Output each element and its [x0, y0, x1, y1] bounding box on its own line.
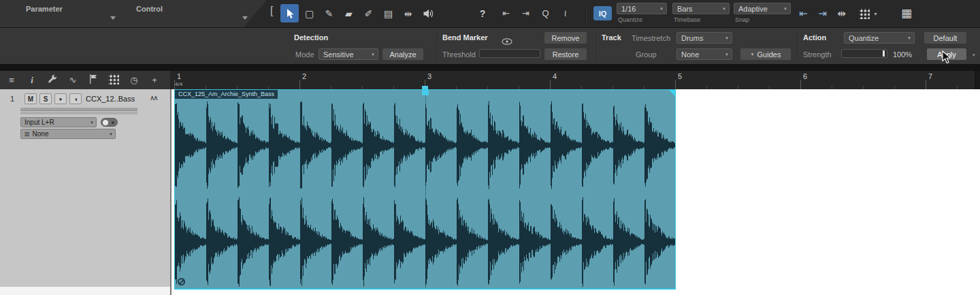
bend-prev-icon[interactable]: ⇤ — [497, 4, 515, 22]
timer-icon[interactable]: ◷ — [128, 75, 140, 85]
grid-settings-button[interactable]: ▼ — [856, 6, 886, 21]
monitor-button[interactable]: ◑ — [69, 93, 82, 104]
volume-fader[interactable] — [20, 108, 137, 111]
audio-event[interactable]: CCX_125_Am_Archie_Synth_Bass — [174, 89, 676, 290]
info-icon[interactable]: i — [26, 75, 38, 86]
bend-marker-buttons: ⇤⇥Q≀ — [497, 4, 574, 22]
instrument-select[interactable]: ▥None — [20, 129, 116, 139]
bend-marker-title: Bend Marker — [442, 33, 488, 42]
timestretch-select[interactable]: Drums — [676, 32, 732, 44]
section-separator — [798, 31, 798, 61]
snap-to-end-icon[interactable]: ⇥ — [814, 5, 831, 22]
snap-select[interactable]: Adaptive — [734, 3, 791, 14]
parameter-control-section: Parameter Control — [0, 0, 267, 27]
bar-line — [550, 80, 551, 89]
parameter-dropdown-arrow[interactable] — [110, 16, 116, 20]
arrangement-area[interactable]: CCX_125_Am_Archie_Synth_Bass — [172, 89, 980, 295]
timeline-ruler[interactable]: 12345674/4 — [170, 71, 975, 89]
paint-tool[interactable]: ✐ — [359, 4, 378, 22]
bar-number: 7 — [928, 72, 932, 80]
parameter-menu[interactable]: Parameter — [26, 5, 63, 13]
snap-relative-icon[interactable]: ⇹ — [833, 5, 850, 22]
restore-button[interactable]: Restore — [544, 48, 587, 60]
marker-flag-icon[interactable] — [87, 74, 99, 86]
track-layers-icon[interactable]: ▦ — [901, 6, 912, 20]
event-gain-handle[interactable] — [178, 278, 185, 285]
instrument-value: None — [33, 130, 49, 138]
eye-icon[interactable] — [502, 35, 512, 48]
strength-slider[interactable] — [841, 49, 887, 58]
threshold-slider[interactable] — [479, 49, 540, 58]
help-button[interactable]: ? — [475, 4, 490, 22]
audio-bend-panel: Detection Mode Sensitive Analyze Bend Ma… — [0, 27, 980, 64]
threshold-label: Threshold — [442, 50, 476, 59]
strength-value: 100% — [893, 50, 912, 59]
snap-to-grid-icon[interactable]: ⇤ — [795, 5, 812, 22]
instrument-icon: ▥ — [24, 131, 30, 137]
group-value: None — [681, 50, 699, 59]
slider-handle[interactable] — [883, 50, 885, 57]
listen-tool[interactable] — [419, 4, 437, 22]
iq-button[interactable]: IQ — [593, 6, 612, 20]
snap-option-icons: ⇤⇥⇹ — [795, 5, 850, 22]
quantize-bend-icon[interactable]: Q — [536, 4, 555, 22]
tools-icon[interactable] — [46, 74, 59, 86]
bar-number: 5 — [678, 72, 682, 80]
track-number: 1 — [10, 95, 14, 103]
solo-button[interactable]: S — [39, 93, 52, 104]
grid-icon[interactable] — [108, 74, 120, 87]
timebase-select[interactable]: Bars — [672, 3, 730, 14]
quantize-select[interactable]: 1/16 — [617, 3, 667, 14]
draw-tool[interactable]: ✎ — [320, 4, 338, 22]
bend-next-icon[interactable]: ⇥ — [517, 4, 535, 22]
guides-select[interactable]: ▼Guides — [740, 48, 791, 60]
action-value: Quantize — [849, 34, 879, 42]
bend-marker-icon[interactable]: ≀ — [556, 4, 574, 22]
control-dropdown-arrow[interactable] — [242, 16, 248, 20]
pan-fader[interactable] — [20, 112, 137, 114]
bend-curve-icon[interactable]: ∿ — [67, 75, 79, 85]
grid-dots-icon — [859, 8, 870, 19]
timebase-label: Timebase — [672, 16, 730, 23]
time-signature: 4/4 — [175, 81, 182, 87]
action-title: Action — [803, 33, 826, 42]
bar-line — [675, 80, 676, 89]
control-menu[interactable]: Control — [136, 5, 163, 13]
bar-line — [926, 80, 926, 89]
chevron-down-icon: ▼ — [751, 52, 755, 57]
range-select-tool[interactable]: ▢ — [300, 4, 318, 22]
toggle-dot — [112, 121, 114, 124]
group-label: Group — [636, 50, 657, 59]
group-select[interactable]: None — [676, 48, 732, 60]
studio-one-edit-view: Parameter Control [ ▢✎▰✐▤⇹ ? ⇤⇥Q≀ IQ 1/1… — [0, 0, 980, 295]
remove-button[interactable]: Remove — [544, 32, 587, 44]
bar-number: 6 — [803, 72, 807, 80]
tool-group-bracket: [ — [270, 5, 273, 17]
detection-title: Detection — [294, 33, 328, 42]
input-select[interactable]: Input L+R — [20, 117, 97, 127]
stereo-icon: ◑ — [74, 95, 78, 103]
quantize-value: 1/16 — [621, 5, 636, 13]
detection-mode-select[interactable]: Sensitive — [318, 48, 378, 60]
bend-tool[interactable]: ⇹ — [399, 4, 417, 22]
analyze-button[interactable]: Analyze — [382, 48, 423, 60]
playhead-marker[interactable] — [422, 90, 429, 95]
monitor-toggle[interactable] — [101, 118, 118, 127]
mute-tool[interactable]: ▤ — [379, 4, 397, 22]
track-name[interactable]: CCX_12..Bass — [86, 95, 135, 103]
record-arm-button[interactable]: ● — [54, 93, 67, 104]
bar-number: 4 — [553, 72, 557, 80]
mute-button[interactable]: M — [24, 93, 37, 104]
eraser-tool[interactable]: ▰ — [340, 4, 358, 22]
action-select[interactable]: Quantize — [844, 32, 915, 44]
fade-handle[interactable] — [669, 90, 675, 96]
menu-icon[interactable]: ≡ — [5, 75, 18, 85]
add-icon[interactable]: + — [148, 75, 161, 85]
default-button[interactable]: Default — [924, 32, 966, 44]
arrow-tool[interactable] — [280, 4, 299, 22]
editor-header: ≡i∿◷+ 12345674/4 — [0, 71, 980, 89]
panel-footer — [0, 287, 170, 295]
playhead-line — [425, 90, 426, 288]
panel-overflow-arrow[interactable]: ▾ — [973, 52, 975, 58]
mouse-cursor — [942, 50, 953, 65]
